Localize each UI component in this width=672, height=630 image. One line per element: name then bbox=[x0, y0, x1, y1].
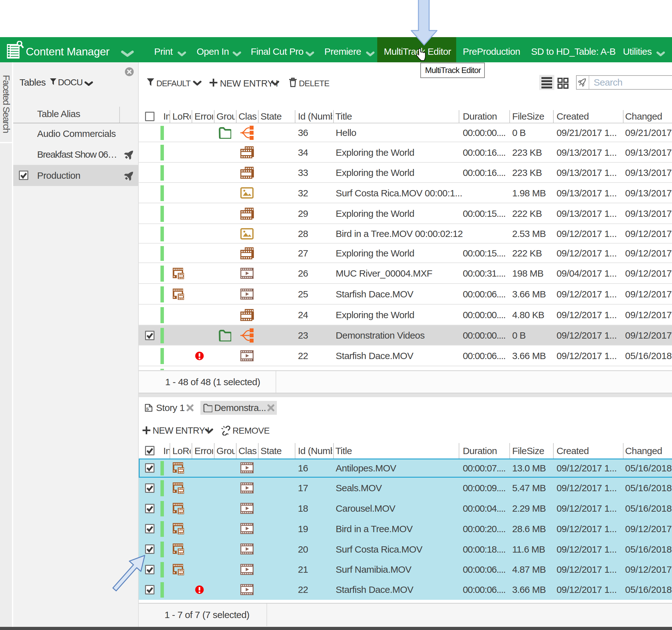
svg-text:S: S bbox=[146, 406, 149, 411]
